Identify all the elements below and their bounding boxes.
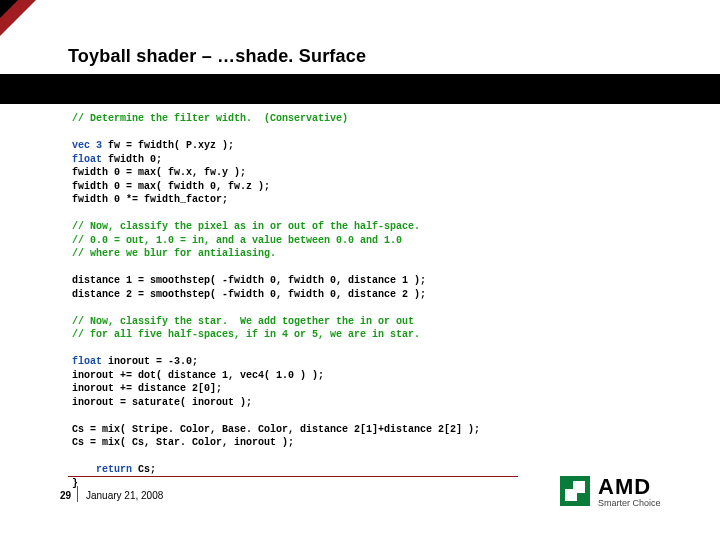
code-text: Cs = mix( Stripe. Color, Base. Color, di… <box>72 423 662 437</box>
code-comment: // where we blur for antialiasing. <box>72 247 662 261</box>
code-text: Cs = mix( Cs, Star. Color, inorout ); <box>72 436 662 450</box>
code-text: inorout = saturate( inorout ); <box>72 396 662 410</box>
footer-date: January 21, 2008 <box>86 490 163 501</box>
code-text: inorout += distance 2[0]; <box>72 382 662 396</box>
code-keyword: return <box>72 464 132 475</box>
code-comment: // Now, classify the pixel as in or out … <box>72 220 662 234</box>
amd-tagline: Smarter Choice <box>598 498 661 508</box>
code-text: fw = fwidth( P.xyz ); <box>102 140 234 151</box>
code-text: distance 2 = smoothstep( -fwidth 0, fwid… <box>72 288 662 302</box>
amd-arrow-icon <box>560 476 590 506</box>
code-text: distance 1 = smoothstep( -fwidth 0, fwid… <box>72 274 662 288</box>
page-number: 29 <box>60 490 71 501</box>
code-comment: // Now, classify the star. We add togeth… <box>72 315 662 329</box>
code-text: fwidth 0; <box>102 154 162 165</box>
code-comment: // for all five half-spaces, if in 4 or … <box>72 328 662 342</box>
code-comment: // 0.0 = out, 1.0 = in, and a value betw… <box>72 234 662 248</box>
code-keyword: float <box>72 154 102 165</box>
slide: Toyball shader – …shade. Surface // Dete… <box>0 0 720 540</box>
code-text: inorout += dot( distance 1, vec4( 1.0 ) … <box>72 369 662 383</box>
code-text: fwidth 0 = max( fw.x, fw.y ); <box>72 166 662 180</box>
code-keyword: vec 3 <box>72 140 102 151</box>
code-block: // Determine the filter width. (Conserva… <box>72 112 662 490</box>
code-keyword: float <box>72 356 102 367</box>
footer-divider <box>68 476 518 477</box>
code-text: inorout = -3.0; <box>102 356 198 367</box>
slide-title: Toyball shader – …shade. Surface <box>68 46 366 67</box>
code-text: Cs; <box>132 464 156 475</box>
code-text: fwidth 0 = max( fwidth 0, fw.z ); <box>72 180 662 194</box>
code-comment: // Determine the filter width. (Conserva… <box>72 112 662 126</box>
code-text: fwidth 0 *= fwidth_factor; <box>72 193 662 207</box>
amd-brand-text: AMD <box>598 474 651 500</box>
title-underbar <box>0 74 720 104</box>
corner-decoration <box>0 0 36 36</box>
amd-logo: AMD Smarter Choice <box>560 476 690 516</box>
footer-separator <box>77 486 78 502</box>
